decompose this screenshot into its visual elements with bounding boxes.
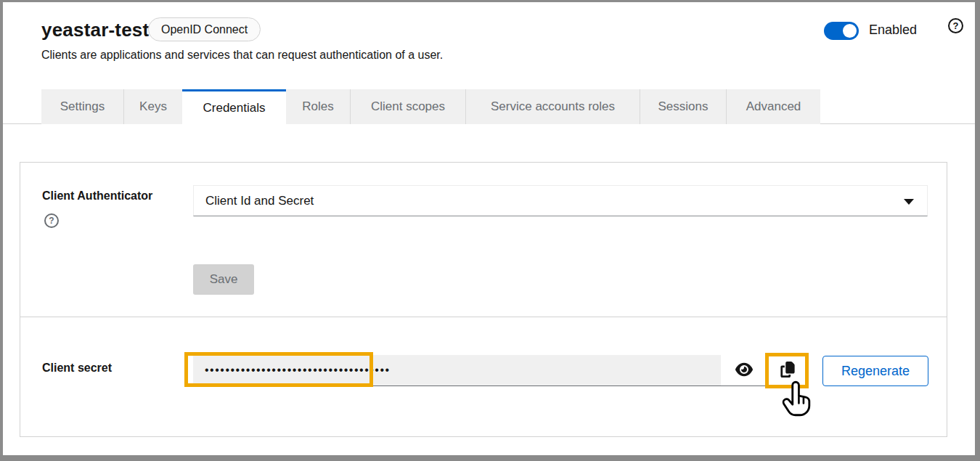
tab-advanced[interactable]: Advanced: [726, 89, 820, 124]
client-tabs: Settings Keys Credentials Roles Client s…: [41, 89, 820, 124]
client-details-window: yeastar-test OpenID Connect Clients are …: [0, 0, 980, 461]
show-secret-button[interactable]: [721, 355, 767, 385]
client-secret-value[interactable]: ••••••••••••••••••••••••••••••••••••: [193, 355, 721, 385]
client-authenticator-label: Client Authenticator: [42, 189, 152, 203]
client-authenticator-select[interactable]: Client Id and Secret: [193, 185, 928, 216]
tab-settings[interactable]: Settings: [41, 89, 123, 124]
page-title: yeastar-test: [41, 19, 149, 41]
page-subtitle: Clients are applications and services th…: [41, 49, 443, 62]
window-border-top: [0, 0, 980, 2]
tab-credentials[interactable]: Credentials: [182, 89, 286, 124]
client-secret-input-group: ••••••••••••••••••••••••••••••••••••: [193, 355, 809, 386]
tab-client-scopes[interactable]: Client scopes: [350, 89, 465, 124]
toggle-knob: [843, 24, 857, 38]
question-circle-icon[interactable]: ?: [44, 213, 59, 228]
window-border-left: [0, 0, 3, 461]
regenerate-button[interactable]: Regenerate: [822, 356, 928, 386]
eye-icon: [735, 361, 753, 380]
save-button[interactable]: Save: [193, 264, 254, 295]
client-authenticator-selected-value: Client Id and Secret: [205, 194, 314, 208]
window-border-bottom: [0, 455, 980, 461]
copy-secret-button[interactable]: [767, 355, 809, 385]
section-divider: [20, 317, 947, 317]
caret-down-icon: [904, 199, 914, 205]
copy-icon: [780, 362, 796, 380]
enabled-toggle-label: Enabled: [869, 23, 917, 38]
protocol-badge: OpenID Connect: [148, 17, 261, 41]
question-circle-icon[interactable]: ?: [948, 18, 963, 33]
window-border-right: [975, 0, 980, 461]
tab-roles[interactable]: Roles: [286, 89, 350, 124]
client-secret-label: Client secret: [42, 362, 112, 375]
tab-keys[interactable]: Keys: [123, 89, 182, 124]
credentials-panel: Client Authenticator ? Client Id and Sec…: [20, 162, 947, 437]
tab-sessions[interactable]: Sessions: [640, 89, 726, 124]
tab-service-accounts-roles[interactable]: Service accounts roles: [465, 89, 640, 124]
enabled-toggle[interactable]: [824, 22, 859, 40]
